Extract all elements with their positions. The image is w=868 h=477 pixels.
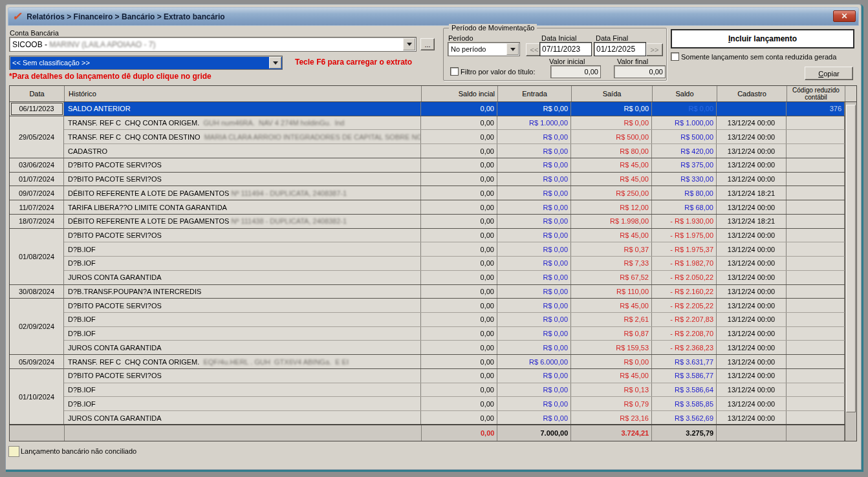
close-button[interactable]: ✕ bbox=[833, 10, 856, 22]
table-row[interactable]: SALDO ANTERIOR0,00R$ 0,00R$ 0,00R$ 0,003… bbox=[64, 102, 845, 116]
table-row[interactable]: D?B.IOF0,00R$ 0,00R$ 0,79R$ 3.585,8513/1… bbox=[64, 397, 845, 411]
scrollbar-thumb[interactable] bbox=[846, 105, 856, 412]
grid-body: 06/11/2023SALDO ANTERIOR0,00R$ 0,00R$ 0,… bbox=[10, 102, 845, 425]
date-cell[interactable]: 11/07/2024 bbox=[10, 200, 64, 215]
date-group: 02/09/2024D?BITO PACOTE SERVI?OS0,00R$ 0… bbox=[10, 299, 845, 355]
table-row[interactable]: DÉBITO REFERENTE A LOTE DE PAGAMENTOS Nº… bbox=[64, 186, 845, 200]
conta-bancaria-dropdown-icon[interactable] bbox=[403, 38, 415, 50]
conta-bancaria-label: Conta Bancária bbox=[10, 29, 59, 37]
conta-bancaria-redacted: MARINV (LAILA APOIAAO - 7) bbox=[49, 40, 155, 49]
table-row[interactable]: D?B.IOF0,00R$ 0,00R$ 7,33- R$ 1.982,7013… bbox=[64, 257, 845, 271]
table-row[interactable]: D?BITO PACOTE SERVI?OS0,00R$ 0,00R$ 45,0… bbox=[64, 299, 845, 313]
col-header-historico[interactable]: Histórico bbox=[65, 86, 422, 101]
valor-final-label: Valor final bbox=[617, 58, 648, 65]
date-group: 06/11/2023SALDO ANTERIOR0,00R$ 0,00R$ 0,… bbox=[10, 102, 845, 116]
totals-entrada: 7.000,00 bbox=[497, 425, 571, 441]
table-row[interactable]: TRANSF. REF C CHQ CONTA ORIGEM. EQF/4u.H… bbox=[64, 355, 845, 369]
grid-totals-row: 0,00 7.000,00 3.724,21 3.275,79 bbox=[10, 424, 845, 441]
table-row[interactable]: JUROS CONTA GARANTIDA0,00R$ 0,00R$ 67,52… bbox=[64, 271, 845, 285]
vertical-scrollbar[interactable] bbox=[845, 102, 856, 441]
date-cell[interactable]: 01/08/2024 bbox=[10, 229, 64, 285]
filtro-valor-checkbox[interactable] bbox=[450, 67, 459, 76]
date-cell[interactable]: 06/11/2023 bbox=[10, 102, 64, 116]
periodo-value: No período bbox=[451, 43, 486, 56]
table-row[interactable]: JUROS CONTA GARANTIDA0,00R$ 0,00R$ 23,16… bbox=[64, 411, 845, 425]
classificacao-combobox[interactable]: << Sem classificação >> bbox=[9, 56, 283, 70]
table-row[interactable]: TRANSF. REF C CHQ CONTA ORIGEM. GUH num4… bbox=[64, 116, 845, 131]
date-cell[interactable]: 30/08/2024 bbox=[10, 285, 64, 299]
table-row[interactable]: D?B.TRANSF.POUPAN?A INTERCREDIS0,00R$ 0,… bbox=[64, 285, 845, 299]
col-header-cadastro[interactable]: Cadastro bbox=[717, 86, 787, 101]
incluir-label-rest: ncluir lançamento bbox=[730, 34, 797, 43]
col-header-saldo[interactable]: Saldo bbox=[653, 86, 717, 101]
date-group: 01/07/2024D?BITO PACOTE SERVI?OS0,00R$ 0… bbox=[10, 173, 845, 187]
col-header-data[interactable]: Data bbox=[10, 86, 65, 101]
table-row[interactable]: D?B.IOF0,00R$ 0,00R$ 0,13R$ 3.586,6413/1… bbox=[64, 383, 845, 398]
totals-cadastro bbox=[717, 425, 787, 441]
table-row[interactable]: D?BITO PACOTE SERVI?OS0,00R$ 0,00R$ 45,0… bbox=[64, 369, 845, 383]
valor-inicial-label: Valor inicial bbox=[549, 58, 585, 65]
date-group: 01/08/2024D?BITO PACOTE SERVI?OS0,00R$ 0… bbox=[10, 229, 845, 285]
date-group: 01/10/2024D?BITO PACOTE SERVI?OS0,00R$ 0… bbox=[10, 369, 845, 425]
somente-lancamento-label: Somente lançamento sem conta reduzida ge… bbox=[681, 53, 836, 61]
classificacao-dropdown-icon[interactable] bbox=[269, 57, 281, 69]
table-row[interactable]: CADASTRO0,00R$ 0,00R$ 80,00R$ 420,0013/1… bbox=[64, 144, 845, 158]
table-row[interactable]: D?B.IOF0,00R$ 0,00R$ 0,87- R$ 2.208,7013… bbox=[64, 327, 845, 341]
hint-f6: Tecle F6 para carregar o extrato bbox=[295, 58, 412, 67]
valor-inicial-input[interactable]: 0,00 bbox=[550, 65, 601, 78]
conta-bancaria-combobox[interactable]: SICOOB - MARINV (LAILA APOIAAO - 7) bbox=[9, 37, 417, 52]
data-inicial-value: 07/11/2023 bbox=[540, 45, 580, 54]
somente-lancamento-checkbox[interactable] bbox=[671, 52, 679, 61]
table-row[interactable]: D?B.IOF0,00R$ 0,00R$ 2,61- R$ 2.207,8313… bbox=[64, 313, 845, 327]
periodo-combobox[interactable]: No período bbox=[448, 42, 520, 56]
app-logo-icon: ✓ bbox=[12, 11, 21, 22]
col-header-saldo-inicial[interactable]: Saldo incial bbox=[422, 86, 498, 101]
conta-bancaria-more-button[interactable]: ... bbox=[420, 38, 435, 50]
table-row[interactable]: D?BITO PACOTE SERVI?OS0,00R$ 0,00R$ 45,0… bbox=[64, 158, 845, 173]
table-row[interactable]: D?BITO PACOTE SERVI?OS0,00R$ 0,00R$ 45,0… bbox=[64, 173, 845, 187]
legend-label: Lançamento bancário não conciliado bbox=[21, 447, 136, 455]
date-cell[interactable]: 01/10/2024 bbox=[10, 369, 64, 425]
totals-saida: 3.724,21 bbox=[571, 425, 652, 441]
date-group: 05/09/2024TRANSF. REF C CHQ CONTA ORIGEM… bbox=[10, 355, 845, 369]
data-inicial-input[interactable]: 07/11/2023 bbox=[539, 42, 592, 56]
app-window: ✓ Relatórios > Financeiro > Bancário > E… bbox=[5, 4, 862, 470]
col-header-saida[interactable]: Saída bbox=[572, 86, 653, 101]
table-row[interactable]: TARIFA LIBERA??O LIMITE CONTA GARANTIDA0… bbox=[64, 200, 845, 215]
table-row[interactable]: D?B.IOF0,00R$ 0,00R$ 0,37- R$ 1.975,3713… bbox=[64, 242, 845, 257]
periodo-label: Período bbox=[448, 34, 473, 42]
date-group: 30/08/2024D?B.TRANSF.POUPAN?A INTERCREDI… bbox=[10, 285, 845, 299]
totals-saldo-inicial: 0,00 bbox=[422, 425, 498, 441]
col-header-codigo[interactable]: Código reduzido contábil bbox=[787, 86, 845, 101]
date-group: 11/07/2024TARIFA LIBERA??O LIMITE CONTA … bbox=[10, 200, 845, 215]
table-row[interactable]: D?BITO PACOTE SERVI?OS0,00R$ 0,00R$ 45,0… bbox=[64, 229, 845, 243]
valor-final-value: 0,00 bbox=[649, 68, 665, 76]
table-row[interactable]: JUROS CONTA GARANTIDA0,00R$ 0,00R$ 159,5… bbox=[64, 341, 845, 355]
legend-swatch bbox=[8, 446, 19, 457]
copiar-button[interactable]: Copiar bbox=[805, 67, 853, 80]
date-cell[interactable]: 02/09/2024 bbox=[10, 299, 64, 355]
totals-saldo: 3.275,79 bbox=[652, 425, 717, 441]
date-cell[interactable]: 29/05/2024 bbox=[10, 116, 64, 158]
conta-bancaria-value: SICOOB - bbox=[12, 40, 49, 49]
periodo-group-title: Período de Movimentação bbox=[449, 24, 537, 32]
date-cell[interactable]: 09/07/2024 bbox=[10, 186, 64, 200]
date-cell[interactable]: 01/07/2024 bbox=[10, 173, 64, 187]
date-cell[interactable]: 03/06/2024 bbox=[10, 158, 64, 173]
hint-grid: *Para detalhes do lançamento dê duplo cl… bbox=[9, 72, 212, 81]
table-row[interactable]: DÉBITO REFERENTE A LOTE DE PAGAMENTOS Nº… bbox=[64, 215, 845, 229]
data-final-label: Data Final bbox=[596, 34, 628, 42]
totals-codigo bbox=[787, 425, 845, 441]
col-header-entrada[interactable]: Entrada bbox=[498, 86, 572, 101]
periodo-dropdown-icon[interactable] bbox=[506, 43, 519, 55]
title-bar: ✓ Relatórios > Financeiro > Bancário > E… bbox=[8, 7, 859, 26]
date-cell[interactable]: 18/07/2024 bbox=[10, 215, 64, 229]
periodo-next-button[interactable]: >> bbox=[646, 43, 663, 56]
data-inicial-label: Data Inicial bbox=[541, 34, 576, 42]
incluir-lancamento-button[interactable]: Incluir lançamento bbox=[671, 29, 854, 48]
date-group: 18/07/2024DÉBITO REFERENTE A LOTE DE PAG… bbox=[10, 215, 845, 229]
date-cell[interactable]: 05/09/2024 bbox=[10, 355, 64, 369]
table-row[interactable]: TRANSF. REF C CHQ CONTA DESTINO MARIA CL… bbox=[64, 130, 845, 144]
valor-final-input[interactable]: 0,00 bbox=[614, 65, 666, 78]
data-final-input[interactable]: 01/12/2025 bbox=[594, 42, 646, 56]
